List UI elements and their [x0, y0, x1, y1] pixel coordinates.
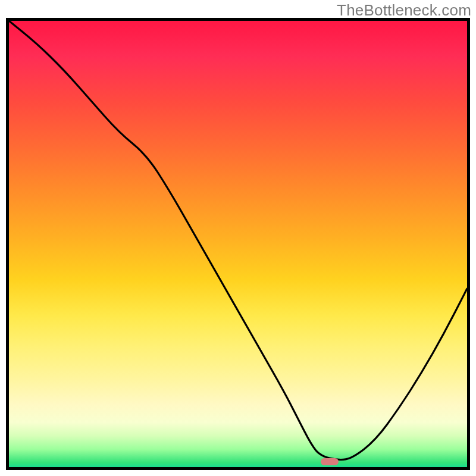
curve-layer	[9, 21, 467, 467]
bottleneck-curve	[9, 21, 467, 460]
watermark-text: TheBottleneck.com	[337, 1, 471, 20]
chart-container: TheBottleneck.com	[0, 0, 476, 476]
optimum-marker	[321, 458, 339, 465]
plot-frame	[6, 18, 470, 470]
